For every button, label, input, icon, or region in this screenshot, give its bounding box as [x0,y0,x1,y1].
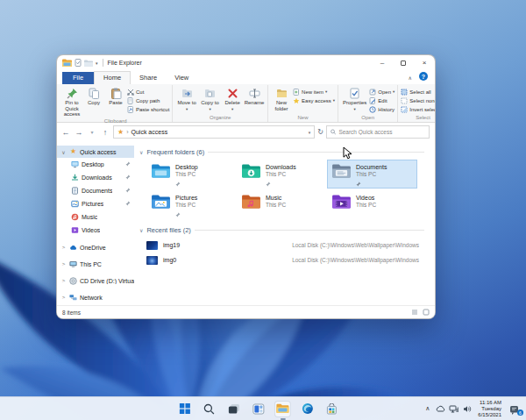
sidebar-item-documents[interactable]: Documents [57,184,134,197]
notification-center-button[interactable]: 6 [509,403,522,414]
maximize-button[interactable] [393,55,414,70]
expand-icon[interactable]: ∨ [60,149,67,155]
widgets-button[interactable] [250,401,267,417]
recent-files-header[interactable]: ∨ Recent files (2) [139,226,428,234]
up-button[interactable]: ↑ [100,128,110,137]
folder-tile-music[interactable]: Music This PC [237,190,327,219]
address-breadcrumb[interactable]: ★ › Quick access ▾ [113,125,315,139]
refresh-button[interactable]: ↻ [317,128,323,136]
new-item-button[interactable]: New item ▾ [293,88,335,96]
sidebar-item-downloads[interactable]: Downloads [57,171,134,184]
large-icons-view-button[interactable] [422,309,430,317]
back-button[interactable]: ← [60,128,71,137]
sidebar-item-cd-drive[interactable]: > CD Drive (D:) Virtual [57,274,134,287]
file-row-img0[interactable]: img0 Local Disk (C:)\Windows\Web\Wallpap… [146,253,428,267]
details-view-button[interactable] [410,309,418,317]
file-row-img19[interactable]: img19 Local Disk (C:)\Windows\Web\Wallpa… [146,238,428,253]
paste-shortcut-icon [127,106,134,113]
tab-home[interactable]: Home [94,71,131,84]
sidebar-item-this-pc[interactable]: > This PC [57,258,134,270]
section-expand-icon[interactable]: ∨ [139,227,143,233]
folder-tile-documents[interactable]: Documents This PC [327,160,417,189]
close-button[interactable]: × [414,55,435,70]
store-button[interactable] [323,401,340,417]
section-expand-icon[interactable]: ∨ [139,149,143,155]
folder-tile-pictures[interactable]: Pictures This PC [146,190,237,219]
tab-share[interactable]: Share [131,72,166,84]
sidebar-item-videos[interactable]: Videos [57,224,134,237]
sidebar-item-onedrive[interactable]: > OneDrive [57,241,134,253]
history-icon [369,106,376,113]
select-none-button[interactable]: Select none [401,96,436,104]
pin-icon [125,188,131,194]
paste-button[interactable]: Paste [105,86,126,106]
select-all-button[interactable]: Select all [401,88,436,96]
collapse-icon[interactable]: > [60,245,67,250]
invert-selection-label: Invert selection [409,107,436,112]
sidebar-item-quick-access[interactable]: ∨ ★ Quick access [57,146,134,158]
folder-tile-downloads[interactable]: Downloads This PC [237,160,327,189]
invert-selection-button[interactable]: Invert selection [401,105,436,113]
tray-chevron-icon[interactable]: ∧ [423,404,432,414]
easy-access-button[interactable]: Easy access ▾ [293,96,335,104]
collapse-icon[interactable]: > [60,278,67,283]
history-label: History [378,107,394,112]
new-folder-button[interactable]: New folder [271,86,292,111]
file-explorer-taskbar-button[interactable] [274,401,291,417]
ribbon-group-open: Properties ▾ Open ▾ Edit History [338,85,398,122]
collapse-icon[interactable]: > [60,295,67,300]
tile-location: This PC [175,171,198,178]
recent-locations-dropdown-icon[interactable]: ▾ [87,129,97,135]
taskbar-clock[interactable]: 11:16 AM Tuesday 6/15/2021 [475,400,504,418]
history-button[interactable]: History [369,105,394,113]
sidebar-item-desktop[interactable]: Desktop [57,158,134,171]
ribbon-collapse-icon[interactable]: ∧ [409,75,412,81]
search-box[interactable] [326,125,430,139]
pin-to-quick-access-button[interactable]: Pin to Quick access [61,86,82,117]
forward-button[interactable]: → [74,128,84,137]
task-view-button[interactable] [225,401,242,417]
qat-new-folder-icon[interactable] [84,60,93,67]
copy-to-button[interactable]: Copy to ▾ [199,86,221,112]
onedrive-tray-icon[interactable] [436,404,445,414]
pin-icon [125,174,131,181]
edit-button[interactable]: Edit [369,96,394,104]
properties-button[interactable]: Properties ▾ [341,86,368,112]
minimize-button[interactable]: – [372,55,393,70]
search-button[interactable] [201,401,217,417]
folder-tile-desktop[interactable]: Desktop This PC [146,160,237,189]
qat-properties-icon[interactable] [75,59,82,67]
breadcrumb-location[interactable]: Quick access [132,129,168,135]
edge-button[interactable] [299,401,316,417]
copy-path-button[interactable]: Copy path [127,96,169,104]
delete-button[interactable]: Delete ▾ [222,86,243,112]
open-button[interactable]: Open ▾ [369,88,394,96]
sidebar-label: CD Drive (D:) Virtual [80,278,134,284]
folder-tile-videos[interactable]: Videos This PC [327,190,417,219]
title-bar[interactable]: ▾ File Explorer – × [57,55,435,70]
search-input[interactable] [338,129,425,135]
network-tray-icon[interactable] [449,404,458,414]
tab-file[interactable]: File [62,72,94,84]
paste-shortcut-button[interactable]: Paste shortcut [127,105,169,113]
qat-dropdown-icon[interactable]: ▾ [96,61,98,66]
move-to-button[interactable]: Move to ▾ [175,86,198,112]
pictures-icon [71,200,79,208]
sidebar-item-network[interactable]: > Network [57,291,134,303]
file-path: Local Disk (C:)\Windows\Web\Wallpaper\Wi… [292,242,419,248]
sidebar-item-pictures[interactable]: Pictures [57,197,134,210]
sidebar-item-music[interactable]: Music [57,210,134,224]
help-button[interactable]: ? [419,72,428,81]
cut-icon [127,89,134,96]
start-button[interactable] [176,401,193,417]
tab-view[interactable]: View [166,72,197,84]
rename-button[interactable]: Rename [244,86,265,106]
cut-button[interactable]: Cut [127,88,169,96]
copy-button[interactable]: Copy [83,86,104,106]
delete-icon [227,88,238,99]
system-tray: ∧ 11:16 AM Tuesday 6/15/2021 6 [423,400,526,418]
address-dropdown-icon[interactable]: ▾ [309,130,311,135]
collapse-icon[interactable]: > [60,261,67,267]
frequent-folders-header[interactable]: ∨ Frequent folders (6) [139,148,428,156]
volume-tray-icon[interactable] [462,404,472,414]
